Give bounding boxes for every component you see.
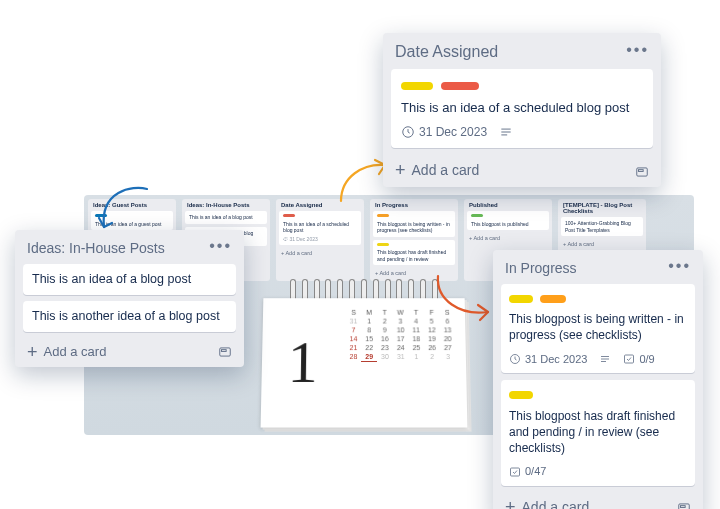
card[interactable]: This is an idea of a scheduled blog post… <box>391 69 653 148</box>
checklist-badge: 0/9 <box>623 352 654 367</box>
add-card-label: Add a card <box>522 499 590 509</box>
label-pill[interactable] <box>509 391 533 399</box>
card-labels <box>509 291 687 307</box>
list-title[interactable]: Ideas: In-House Posts <box>27 240 165 256</box>
list-date-assigned: Date Assigned ••• This is an idea of a s… <box>383 33 661 187</box>
card[interactable]: This blogpost is being written - in prog… <box>501 284 695 373</box>
svg-rect-15 <box>681 506 686 508</box>
card-text: This is an idea of a scheduled blog post <box>401 99 643 117</box>
label-pill[interactable] <box>509 295 533 303</box>
list-in-progress: In Progress ••• This blogpost is being w… <box>493 250 703 509</box>
card-text: This blogpost is being written - in prog… <box>509 311 687 343</box>
card-template-icon[interactable] <box>677 499 691 509</box>
checklist-icon <box>623 353 635 365</box>
plus-icon: + <box>395 163 406 177</box>
list-menu-button[interactable]: ••• <box>668 262 691 270</box>
add-card-label: Add a card <box>412 162 480 178</box>
calendar-grid: SMTWTFS 31123456 78910111213 14151617181… <box>343 298 467 427</box>
card-text: This is another idea of a blog post <box>32 308 227 325</box>
card-labels <box>509 387 687 403</box>
plus-icon: + <box>505 500 516 509</box>
label-pill[interactable] <box>441 82 479 90</box>
add-card-button[interactable]: + Add a card <box>27 344 106 359</box>
card-template-icon[interactable] <box>635 162 649 178</box>
checklist-icon <box>509 466 521 478</box>
clock-icon <box>401 125 415 139</box>
card-template-icon[interactable] <box>218 344 232 360</box>
bg-list: Date AssignedThis is an idea of a schedu… <box>276 199 364 281</box>
svg-rect-1 <box>222 350 227 352</box>
svg-rect-13 <box>511 468 520 476</box>
checklist-badge: 0/47 <box>509 464 546 479</box>
bg-list: In ProgressThis blogpost is being writte… <box>370 199 458 281</box>
list-title[interactable]: Date Assigned <box>395 43 498 61</box>
clock-icon <box>509 353 521 365</box>
list-ideas-inhouse: Ideas: In-House Posts ••• This is an ide… <box>15 230 244 367</box>
due-date-badge: 31 Dec 2023 <box>401 124 487 140</box>
label-pill[interactable] <box>540 295 566 303</box>
label-pill[interactable] <box>401 82 433 90</box>
description-icon <box>599 353 611 365</box>
list-menu-button[interactable]: ••• <box>209 242 232 250</box>
card[interactable]: This is another idea of a blog post <box>23 301 236 332</box>
svg-rect-0 <box>220 348 231 356</box>
svg-rect-12 <box>625 355 634 363</box>
list-title[interactable]: In Progress <box>505 260 577 276</box>
due-date-badge: 31 Dec 2023 <box>509 352 587 367</box>
card-labels <box>401 77 643 95</box>
card-text: This is an idea of a blog post <box>32 271 227 288</box>
list-menu-button[interactable]: ••• <box>626 46 649 54</box>
add-card-button[interactable]: + Add a card <box>505 499 589 509</box>
card[interactable]: This is an idea of a blog post <box>23 264 236 295</box>
desk-calendar: 1 SMTWTFS 31123456 78910111213 141516171… <box>254 279 474 429</box>
plus-icon: + <box>27 345 38 359</box>
add-card-label: Add a card <box>44 344 107 359</box>
card-text: This blogpost has draft finished and pen… <box>509 408 687 457</box>
description-icon <box>499 125 513 139</box>
card[interactable]: This blogpost has draft finished and pen… <box>501 380 695 486</box>
svg-rect-7 <box>639 169 644 171</box>
add-card-button[interactable]: + Add a card <box>395 162 479 178</box>
svg-rect-6 <box>637 167 648 175</box>
calendar-month-numeral: 1 <box>261 298 344 427</box>
